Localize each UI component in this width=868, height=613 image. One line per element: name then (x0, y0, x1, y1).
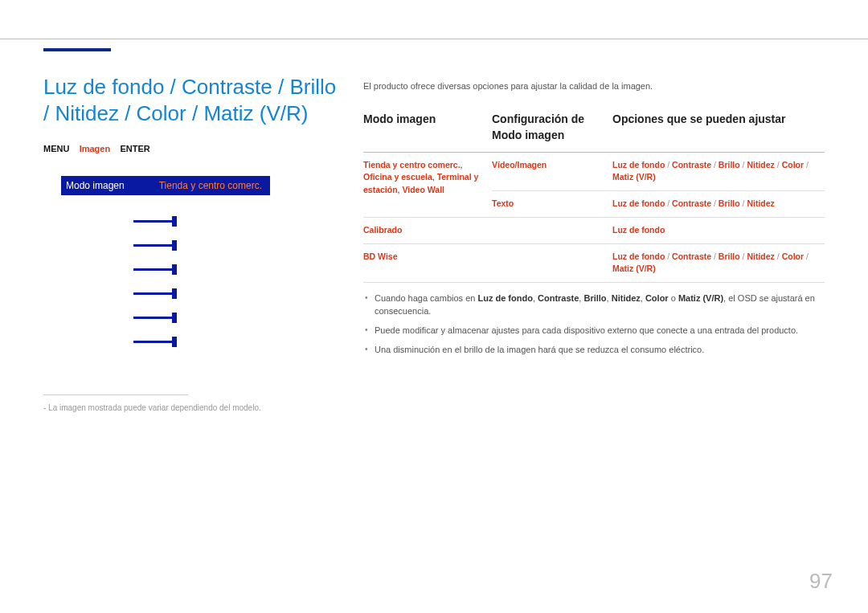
cell-modo: BD Wise (363, 243, 492, 283)
th-modo: Modo imagen (363, 106, 492, 152)
footnote: La imagen mostrada puede variar dependie… (43, 403, 341, 412)
osd-label: Modo imagen (66, 180, 125, 191)
right-column: El producto ofrece diversas opciones par… (363, 80, 825, 363)
left-column: Luz de fondo / Contraste / Brillo / Niti… (43, 74, 341, 412)
options-table: Modo imagen Configuración de Modo imagen… (363, 106, 825, 283)
osd-slider (133, 253, 175, 271)
breadcrumb-enter: ENTER (120, 144, 149, 153)
table-row: Tienda y centro comerc., Oficina y escue… (363, 152, 825, 191)
cell-config: Vídeo/Imagen (492, 152, 612, 191)
cell-modo: Tienda y centro comerc., Oficina y escue… (363, 152, 492, 217)
note-item: Puede modificar y almacenar ajustes para… (363, 325, 825, 337)
osd-slider (133, 325, 175, 343)
breadcrumb-imagen: Imagen (80, 144, 111, 153)
osd-value: Tienda y centro comerc. (159, 180, 262, 191)
osd-slider (133, 205, 175, 223)
cell-opciones: Luz de fondo / Contraste / Brillo / Niti… (612, 243, 825, 283)
footnote-rule (43, 394, 188, 395)
notes-list: Cuando haga cambios en Luz de fondo, Con… (363, 292, 825, 357)
breadcrumb: MENU Imagen ENTER (43, 144, 341, 153)
accent-bar (43, 48, 111, 51)
table-row: CalibradoLuz de fondo (363, 217, 825, 243)
top-rule (0, 39, 868, 39)
osd-slider (133, 277, 175, 295)
osd-slider (133, 301, 175, 319)
osd-screenshot: Modo imagen Tienda y centro comerc. (61, 176, 270, 356)
intro-text: El producto ofrece diversas opciones par… (363, 80, 825, 93)
cell-config: Texto (492, 191, 612, 218)
table-row: BD WiseLuz de fondo / Contraste / Brillo… (363, 243, 825, 283)
cell-config (492, 217, 612, 243)
breadcrumb-menu: MENU (43, 144, 69, 153)
note-item: Cuando haga cambios en Luz de fondo, Con… (363, 292, 825, 318)
note-item: Una disminución en el brillo de la image… (363, 344, 825, 357)
osd-sliders (61, 195, 270, 356)
page-number: 97 (809, 569, 833, 594)
th-config: Configuración de Modo imagen (492, 106, 612, 152)
th-opciones: Opciones que se pueden ajustar (612, 106, 825, 152)
osd-slider (133, 229, 175, 247)
cell-config (492, 243, 612, 283)
cell-opciones: Luz de fondo (612, 217, 825, 243)
cell-opciones: Luz de fondo / Contraste / Brillo / Niti… (612, 191, 825, 218)
page-title: Luz de fondo / Contraste / Brillo / Niti… (43, 74, 341, 126)
cell-opciones: Luz de fondo / Contraste / Brillo / Niti… (612, 152, 825, 191)
osd-header: Modo imagen Tienda y centro comerc. (61, 176, 270, 195)
cell-modo: Calibrado (363, 217, 492, 243)
